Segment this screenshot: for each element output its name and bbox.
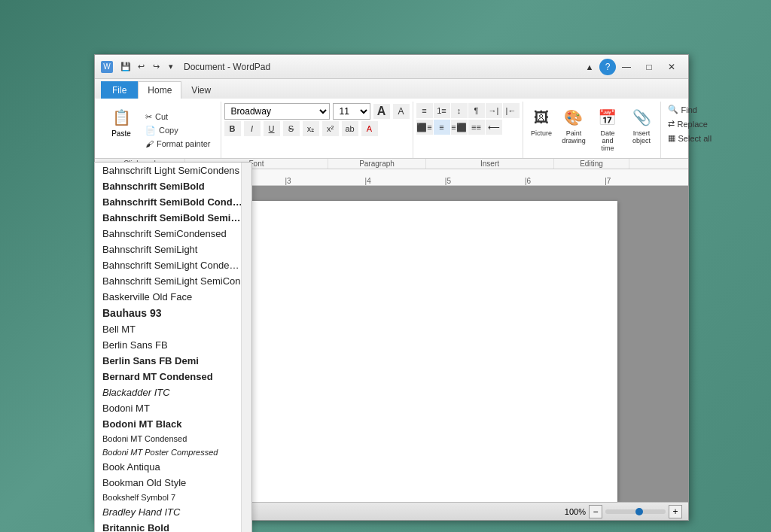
select-all-icon: ▦ bbox=[668, 133, 675, 143]
paste-button[interactable]: 📋 Paste bbox=[104, 103, 139, 157]
font-selector-row: Broadway 11 A A bbox=[224, 103, 410, 120]
zoom-out-button[interactable]: − bbox=[589, 505, 602, 518]
insert-object-label: Insertobject bbox=[632, 129, 651, 144]
format-painter-button[interactable]: 🖌 Format painter bbox=[142, 138, 215, 150]
copy-button[interactable]: 📄 Copy bbox=[142, 124, 215, 137]
font-list-item[interactable]: Bookshelf Symbol 7 bbox=[95, 491, 251, 504]
picture-button[interactable]: 🖼 Picture bbox=[526, 103, 557, 139]
paragraph-row-1: ≡ 1≡ ↕ ¶ →| |← bbox=[416, 103, 520, 118]
align-right-button[interactable]: ≡⬛ bbox=[451, 120, 468, 135]
title-bar: W 💾 ↩ ↪ ▾ Document - WordPad ▲ ? — □ ✕ bbox=[95, 55, 688, 79]
italic-button[interactable]: I bbox=[244, 121, 261, 136]
highlight-button[interactable]: ab bbox=[342, 121, 358, 136]
picture-icon: 🖼 bbox=[529, 105, 553, 129]
indent-more-button[interactable]: →| bbox=[486, 103, 502, 118]
font-list-item[interactable]: Bahnschrift SemiBold SemiCond bbox=[95, 210, 251, 226]
font-list-item[interactable]: Bodoni MT Black bbox=[95, 416, 251, 432]
align-left-button[interactable]: ⬛≡ bbox=[416, 120, 433, 135]
font-list-item[interactable]: Bodoni MT bbox=[95, 400, 251, 416]
cut-button[interactable]: ✂ Cut bbox=[142, 111, 215, 123]
underline-button[interactable]: U bbox=[264, 121, 280, 136]
font-list-item[interactable]: Bahnschrift SemiCondensed bbox=[95, 226, 251, 242]
find-button[interactable]: 🔍 Find bbox=[664, 103, 716, 116]
font-list-item[interactable]: Bookman Old Style bbox=[95, 475, 251, 491]
insert-object-button[interactable]: 📎 Insertobject bbox=[626, 103, 657, 147]
find-icon: 🔍 bbox=[668, 105, 678, 114]
font-list-item[interactable]: Bahnschrift SemiLight Condensed bbox=[95, 257, 251, 273]
indent-less-button[interactable]: |← bbox=[503, 103, 520, 118]
paragraph-row-2: ⬛≡ ≡ ≡⬛ ≡≡ ⟵ bbox=[416, 120, 520, 135]
font-format-row: B I U S x₂ x² ab A bbox=[224, 121, 410, 136]
insert-group-label: Insert bbox=[426, 159, 554, 169]
close-button[interactable]: ✕ bbox=[661, 59, 682, 75]
ribbon-group-font: Broadway 11 A A B I U S x₂ x² ab A bbox=[221, 102, 413, 158]
redo-button[interactable]: ↪ bbox=[149, 60, 163, 74]
window-controls: — □ ✕ bbox=[616, 59, 682, 75]
desktop: W 💾 ↩ ↪ ▾ Document - WordPad ▲ ? — □ ✕ F… bbox=[0, 0, 771, 532]
font-list-item[interactable]: Bahnschrift Light SemiCondens bbox=[95, 163, 251, 178]
font-list-item[interactable]: Bernard MT Condensed bbox=[95, 369, 251, 385]
tab-file[interactable]: File bbox=[101, 81, 138, 99]
paste-label: Paste bbox=[111, 129, 131, 138]
superscript-button[interactable]: x² bbox=[322, 121, 339, 136]
save-button[interactable]: 💾 bbox=[119, 60, 133, 74]
ribbon-toggle-button[interactable]: ▲ bbox=[583, 60, 596, 74]
font-list-item[interactable]: Baskerville Old Face bbox=[95, 289, 251, 305]
font-list-item[interactable]: Bauhaus 93 bbox=[95, 305, 251, 321]
bold-button[interactable]: B bbox=[224, 121, 241, 136]
font-list-item[interactable]: Berlin Sans FB bbox=[95, 337, 251, 353]
zoom-slider-thumb bbox=[635, 508, 643, 515]
ribbon-group-paragraph: ≡ 1≡ ↕ ¶ →| |← ⬛≡ ≡ ≡⬛ ≡≡ ⟵ bbox=[413, 102, 523, 158]
font-list-item[interactable]: Bahnschrift SemiBold bbox=[95, 178, 251, 194]
font-list-item[interactable]: Berlin Sans FB Demi bbox=[95, 353, 251, 369]
font-color-button[interactable]: A bbox=[361, 121, 378, 136]
zoom-controls: 100% − + bbox=[565, 505, 682, 518]
paragraph-settings-button[interactable]: ¶ bbox=[468, 103, 485, 118]
ribbon-tab-bar: File Home View bbox=[95, 79, 688, 99]
datetime-icon: 📅 bbox=[596, 105, 620, 129]
font-list-item[interactable]: Bahnschrift SemiBold Condensed bbox=[95, 194, 251, 210]
replace-button[interactable]: ⇄ Replace bbox=[664, 117, 716, 130]
font-list-item[interactable]: Bradley Hand ITC bbox=[95, 504, 251, 520]
strikethrough-button[interactable]: S bbox=[283, 121, 300, 136]
help-button[interactable]: ? bbox=[599, 59, 616, 75]
rtl-button[interactable]: ⟵ bbox=[486, 120, 502, 135]
maximize-button[interactable]: □ bbox=[638, 59, 660, 75]
font-list-item[interactable]: Britannic Bold bbox=[95, 520, 251, 532]
font-shrink-button[interactable]: A bbox=[393, 104, 410, 119]
tab-home[interactable]: Home bbox=[138, 81, 181, 99]
justify-button[interactable]: ≡≡ bbox=[468, 120, 485, 135]
font-list-item[interactable]: Bodoni MT Poster Compressed bbox=[95, 445, 251, 459]
paint-button[interactable]: 🎨 Paintdrawing bbox=[558, 103, 589, 147]
font-list: Bahnschrift Light SemiCondensBahnschrift… bbox=[95, 163, 251, 532]
font-list-item[interactable]: Blackadder ITC bbox=[95, 385, 251, 400]
tab-view[interactable]: View bbox=[181, 81, 221, 99]
line-spacing-button[interactable]: ↕ bbox=[451, 103, 468, 118]
customize-quick-access-button[interactable]: ▾ bbox=[164, 60, 178, 74]
zoom-in-button[interactable]: + bbox=[669, 505, 682, 518]
font-list-item[interactable]: Bahnschrift SemiLight SemiCon bbox=[95, 273, 251, 289]
font-list-item[interactable]: Book Antiqua bbox=[95, 459, 251, 475]
font-grow-button[interactable]: A bbox=[373, 104, 390, 119]
select-all-button[interactable]: ▦ Select all bbox=[664, 132, 716, 144]
minimize-button[interactable]: — bbox=[616, 59, 637, 75]
font-dropdown: Bahnschrift Light SemiCondensBahnschrift… bbox=[94, 162, 252, 532]
paste-icon: 📋 bbox=[109, 105, 133, 129]
font-list-item[interactable]: Bell MT bbox=[95, 321, 251, 337]
align-center-button[interactable]: ≡ bbox=[434, 120, 450, 135]
datetime-button[interactable]: 📅 Date andtime bbox=[590, 103, 624, 154]
font-list-item[interactable]: Bodoni MT Condensed bbox=[95, 432, 251, 445]
font-list-item[interactable]: Bahnschrift SemiLight bbox=[95, 242, 251, 257]
subscript-button[interactable]: x₂ bbox=[303, 121, 319, 136]
paragraph-group-label: Paragraph bbox=[328, 159, 426, 169]
bullets-button[interactable]: ≡ bbox=[416, 103, 433, 118]
undo-button[interactable]: ↩ bbox=[134, 60, 148, 74]
ribbon-group-editing: 🔍 Find ⇄ Replace ▦ Select all bbox=[661, 102, 719, 158]
font-size-select[interactable]: 11 bbox=[333, 103, 370, 120]
copy-icon: 📄 bbox=[145, 126, 156, 135]
numbering-button[interactable]: 1≡ bbox=[434, 103, 450, 118]
font-family-select[interactable]: Broadway bbox=[224, 103, 330, 120]
zoom-slider[interactable] bbox=[605, 509, 666, 514]
ribbon-group-insert: 🖼 Picture 🎨 Paintdrawing 📅 Date andtime … bbox=[523, 102, 661, 158]
dropdown-scrollbar[interactable] bbox=[241, 163, 251, 532]
